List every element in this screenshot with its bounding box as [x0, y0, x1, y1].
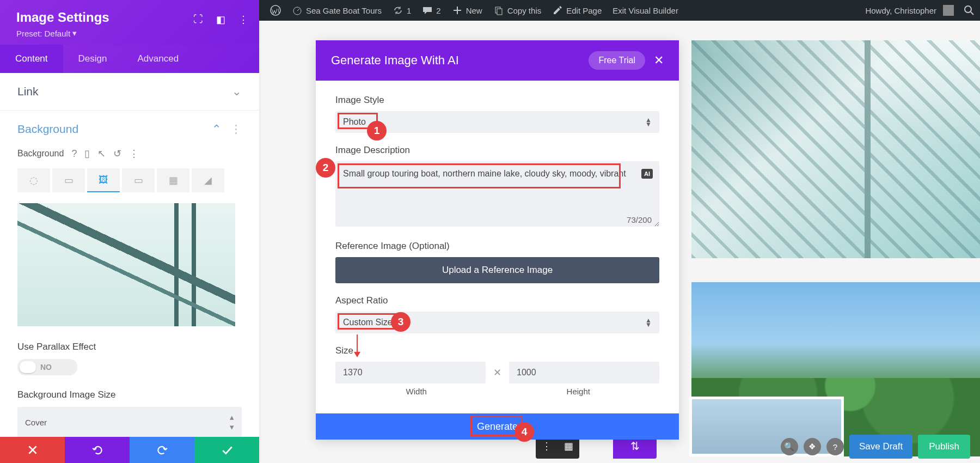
help-icon[interactable]: ? — [71, 148, 77, 160]
publish-button[interactable]: Publish — [918, 435, 970, 459]
mobile-icon[interactable]: ▯ — [84, 148, 90, 160]
help-icon[interactable]: ? — [826, 438, 844, 455]
panel-header: Image Settings Preset: Default ▾ ⛶ ◧ ⋮ — [0, 0, 259, 45]
background-label: Background — [17, 149, 64, 159]
save-draft-button[interactable]: Save Draft — [849, 435, 912, 459]
parallax-label: Use Parallax Effect — [17, 342, 242, 352]
bg-type-pattern[interactable]: ▦ — [157, 168, 189, 192]
annotation-badge-4: 4 — [514, 422, 534, 442]
bg-size-select[interactable]: Cover ▴▾ — [17, 407, 242, 437]
edit-page-label: Edit Page — [566, 6, 602, 15]
kebab-icon[interactable]: ⋮ — [238, 14, 248, 26]
close-icon[interactable]: ✕ — [654, 53, 664, 68]
width-caption: Width — [335, 387, 498, 396]
greeting-link[interactable]: Howdy, Christopher — [860, 0, 959, 21]
bg-type-color[interactable]: ◌ — [17, 168, 50, 192]
undo-button[interactable] — [65, 437, 130, 463]
chevron-up-icon: ⌃ — [212, 123, 222, 135]
tab-advanced[interactable]: Advanced — [122, 45, 194, 73]
copy-icon — [493, 5, 504, 16]
avatar-icon — [943, 5, 954, 16]
wp-logo[interactable] — [265, 0, 286, 21]
ai-modal-title: Generate Image With AI — [331, 53, 589, 68]
reset-icon[interactable]: ↺ — [113, 148, 121, 160]
background-preview[interactable] — [17, 203, 235, 326]
aspect-ratio-value: Custom Size — [343, 318, 393, 327]
site-name-label: Sea Gate Boat Tours — [306, 6, 382, 15]
bg-size-value: Cover — [25, 418, 47, 427]
height-input[interactable]: 1000 — [509, 362, 659, 383]
updates-count: 1 — [407, 6, 411, 15]
updates-link[interactable]: 1 — [387, 0, 416, 21]
kebab-icon[interactable]: ⋮ — [129, 148, 139, 160]
exit-vb-link[interactable]: Exit Visual Builder — [607, 0, 684, 21]
select-caret-icon: ▴▾ — [230, 412, 234, 432]
annotation-arrow — [357, 334, 358, 356]
edit-page-link[interactable]: Edit Page — [547, 0, 607, 21]
bg-type-mask[interactable]: ◢ — [192, 168, 224, 192]
width-input[interactable]: 1370 — [335, 362, 486, 383]
image-desc-textarea[interactable] — [335, 161, 659, 227]
site-name-link[interactable]: Sea Gate Boat Tours — [286, 0, 387, 21]
annotation-badge-2: 2 — [316, 158, 335, 178]
new-link[interactable]: New — [446, 0, 488, 21]
preset-selector[interactable]: Preset: Default ▾ — [16, 28, 243, 38]
tab-content[interactable]: Content — [0, 45, 63, 73]
upload-reference-button[interactable]: Upload a Reference Image — [335, 257, 659, 283]
generate-image-ai-modal: Generate Image With AI Free Trial ✕ Imag… — [316, 40, 679, 440]
height-caption: Height — [498, 387, 660, 396]
annotation-badge-1: 1 — [367, 121, 387, 141]
cursor-icon[interactable]: ↖ — [97, 148, 106, 160]
comments-count: 2 — [436, 6, 440, 15]
ai-modal-header: Generate Image With AI Free Trial ✕ — [316, 40, 679, 81]
layers-icon[interactable]: ❖ — [804, 438, 821, 455]
redo-button[interactable] — [130, 437, 194, 463]
zoom-icon[interactable]: 🔍 — [781, 438, 798, 455]
search-icon[interactable] — [964, 5, 975, 16]
columns-icon[interactable]: ◧ — [216, 14, 225, 26]
focus-icon[interactable]: ⛶ — [193, 14, 203, 26]
comment-icon — [422, 5, 433, 16]
preset-label: Preset: — [16, 29, 42, 38]
gauge-icon — [292, 5, 303, 16]
plus-icon — [452, 5, 463, 16]
section-background-label: Background — [17, 123, 78, 136]
section-link[interactable]: Link ⌄ — [0, 73, 259, 110]
kebab-icon[interactable]: ⋮ — [230, 123, 242, 135]
parallax-toggle[interactable]: NO — [17, 359, 77, 375]
bg-type-video[interactable]: ▭ — [122, 168, 155, 192]
aspect-ratio-select[interactable]: Custom Size ▲▼ — [335, 312, 659, 333]
caret-down-icon: ▾ — [72, 28, 77, 38]
select-caret-icon: ▲▼ — [645, 118, 652, 127]
preset-value: Default — [45, 29, 71, 38]
grid-icon[interactable]: ▦ — [564, 440, 573, 452]
tab-design[interactable]: Design — [63, 45, 122, 73]
size-label: Size — [335, 345, 659, 356]
multiply-icon: ✕ — [493, 367, 501, 379]
chevron-down-icon: ⌄ — [232, 85, 242, 98]
generate-button[interactable]: Generate — [316, 413, 679, 440]
comments-link[interactable]: 2 — [416, 0, 446, 21]
kebab-icon[interactable]: ⋮ — [542, 440, 552, 452]
bg-type-image[interactable]: 🖼 — [87, 168, 120, 192]
select-caret-icon: ▲▼ — [645, 318, 652, 327]
copy-link[interactable]: Copy this — [488, 0, 547, 21]
image-style-label: Image Style — [335, 95, 659, 106]
settings-tabs: Content Design Advanced — [0, 45, 259, 73]
parallax-value: NO — [40, 363, 52, 371]
svg-point-4 — [965, 6, 971, 13]
exit-vb-label: Exit Visual Builder — [612, 6, 678, 15]
save-button[interactable] — [194, 437, 259, 463]
toggle-knob — [20, 361, 36, 373]
cancel-button[interactable] — [0, 437, 65, 463]
publish-toolbar: 🔍 ❖ ? Save Draft Publish — [781, 435, 970, 459]
ai-assist-button[interactable]: AI — [641, 169, 653, 179]
section-background[interactable]: Background ⌃ ⋮ — [0, 111, 259, 148]
bg-type-gradient[interactable]: ▭ — [52, 168, 85, 192]
new-label: New — [466, 6, 482, 15]
free-trial-badge[interactable]: Free Trial — [589, 51, 645, 70]
greeting-label: Howdy, Christopher — [865, 6, 936, 15]
reference-image-label: Reference Image (Optional) — [335, 241, 659, 252]
annotation-badge-3: 3 — [391, 312, 411, 332]
bg-size-label: Background Image Size — [17, 389, 242, 400]
